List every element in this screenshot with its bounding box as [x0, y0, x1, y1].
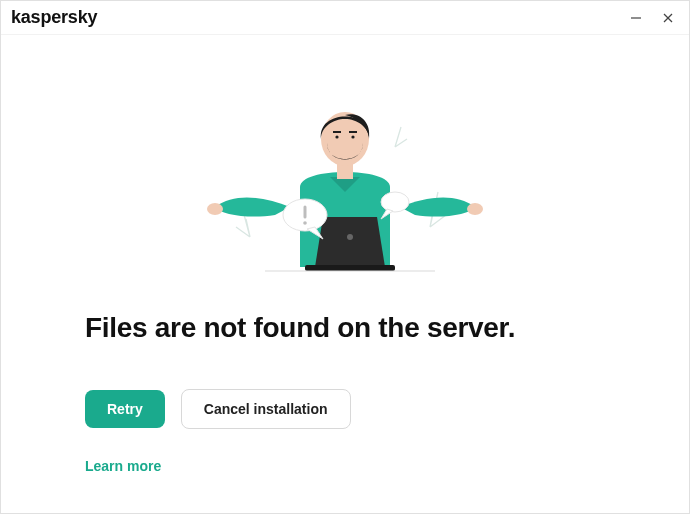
svg-point-12 [347, 234, 353, 240]
brand-logo: kaspersky [11, 7, 97, 28]
cancel-installation-button[interactable]: Cancel installation [181, 389, 351, 429]
learn-more-link[interactable]: Learn more [85, 458, 161, 474]
window-controls [621, 5, 683, 31]
svg-point-3 [207, 203, 223, 215]
close-icon [662, 12, 674, 24]
svg-point-8 [351, 135, 354, 138]
svg-point-15 [303, 221, 307, 225]
titlebar: kaspersky [1, 1, 689, 35]
svg-point-7 [335, 135, 338, 138]
retry-button[interactable]: Retry [85, 390, 165, 428]
error-heading: Files are not found on the server. [85, 311, 605, 345]
minimize-icon [630, 12, 642, 24]
content-area: Files are not found on the server. Retry… [1, 35, 689, 475]
action-row: Retry Cancel installation [85, 389, 605, 429]
error-illustration [195, 97, 495, 277]
app-window: kaspersky [0, 0, 690, 514]
close-button[interactable] [653, 5, 683, 31]
svg-point-16 [381, 192, 409, 212]
minimize-button[interactable] [621, 5, 651, 31]
svg-rect-11 [305, 265, 395, 271]
svg-point-4 [467, 203, 483, 215]
